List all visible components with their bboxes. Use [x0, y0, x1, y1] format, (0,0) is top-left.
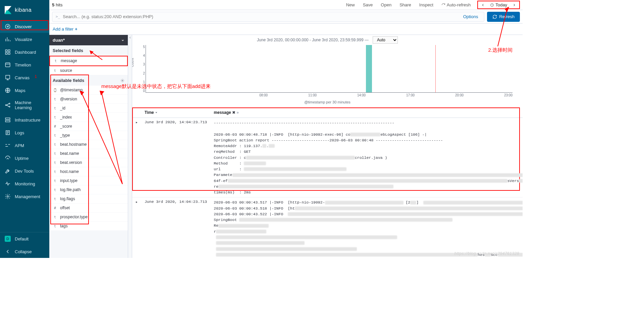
nav-devtools[interactable]: Dev Tools [0, 165, 49, 177]
topbar-new[interactable]: New [345, 2, 356, 7]
topbar-save[interactable]: Save [362, 2, 374, 7]
compass-icon [5, 24, 11, 30]
chevron-left-icon [129, 36, 131, 39]
gear-icon[interactable] [120, 79, 124, 83]
field-log-flags[interactable]: tlog.flags [49, 194, 128, 204]
svg-rect-11 [5, 118, 10, 120]
kibana-logo-icon [4, 5, 12, 15]
nav-discover[interactable]: Discover [0, 20, 49, 33]
prompt-icon: >_ [56, 14, 60, 19]
svg-rect-4 [8, 53, 10, 54]
heartbeat-icon [5, 181, 11, 187]
svg-point-0 [5, 24, 10, 29]
index-pattern-selector[interactable]: duan* [49, 35, 128, 45]
field-host-name[interactable]: thost.name [49, 167, 128, 176]
nav-timelion[interactable]: Timelion [0, 58, 49, 71]
y-axis-label: Count [132, 58, 134, 67]
nav-label: Uptime [15, 156, 29, 161]
expand-row-button[interactable]: ▸ [132, 118, 141, 197]
sidebar: kibana Discover Visualize Dashboard Time… [0, 0, 49, 258]
nav-label: Maps [15, 88, 25, 93]
nav-logs[interactable]: Logs [0, 126, 49, 139]
chevron-down-icon [121, 39, 124, 42]
field-input-type[interactable]: tinput.type [49, 176, 128, 185]
field-beat-name[interactable]: tbeat.name [49, 149, 128, 158]
topbar: 5 hits New Save Open Share Inspect Auto-… [49, 0, 523, 10]
remove-col-icon[interactable]: ✖ [232, 110, 235, 115]
nav-label: Machine Learning [15, 100, 45, 110]
refresh-button[interactable]: Refresh [487, 12, 520, 22]
interval-select[interactable]: Auto [373, 36, 398, 44]
field-beat-hostname[interactable]: tbeat.hostname [49, 140, 128, 149]
topbar-inspect[interactable]: Inspect [418, 2, 435, 7]
arrow-left-icon [5, 249, 11, 255]
nav-dashboard[interactable]: Dashboard [0, 46, 49, 58]
nav-label: Dashboard [15, 50, 36, 55]
search-input[interactable] [63, 14, 481, 19]
field-log-file-path[interactable]: tlog.file.path [49, 185, 128, 194]
field-_type[interactable]: t_type [49, 131, 128, 140]
topbar-autorefresh[interactable]: Auto-refresh [440, 2, 472, 7]
nav-collapse[interactable]: Collapse [0, 245, 49, 258]
field-message[interactable]: tmessage [50, 56, 127, 65]
nav-items: Discover Visualize Dashboard Timelion Ca… [0, 20, 49, 232]
plus-icon: + [75, 27, 77, 32]
histogram[interactable]: Count 543210 08:00 11:00 14:00 17:00 20:… [146, 45, 513, 99]
expand-row-button[interactable]: ▸ [132, 197, 141, 258]
field-_index[interactable]: t_index [49, 113, 128, 122]
available-fields-title: Available fields [49, 75, 128, 86]
nav-label: Visualize [15, 37, 32, 42]
canvas-icon [5, 75, 11, 81]
field-source[interactable]: tsource [49, 66, 128, 75]
nav-monitoring[interactable]: Monitoring [0, 177, 49, 190]
search-options[interactable]: Options [459, 14, 482, 19]
nav-label: Monitoring [15, 181, 35, 186]
topbar-share[interactable]: Share [398, 2, 413, 7]
time-prev-button[interactable] [479, 3, 487, 7]
nav-canvas[interactable]: Canvas [0, 71, 49, 84]
gear-icon [5, 193, 11, 199]
field-_id[interactable]: t_id [49, 104, 128, 113]
svg-rect-3 [5, 53, 7, 54]
sort-desc-icon [155, 111, 158, 114]
nav-infrastructure[interactable]: Infrastructure [0, 114, 49, 126]
field-_score[interactable]: #_score [49, 122, 128, 131]
add-filter-button[interactable]: Add a filter + [53, 27, 77, 32]
nav-label: Discover [15, 24, 32, 29]
index-pattern-name: duan* [53, 38, 65, 43]
refresh-icon [441, 3, 445, 7]
field-tags[interactable]: ttags [49, 222, 128, 231]
collapse-handle[interactable] [128, 35, 132, 258]
col-time[interactable]: Time [141, 107, 210, 118]
refresh-icon [492, 14, 497, 19]
search-input-wrap[interactable]: >_ Options [52, 12, 484, 22]
svg-rect-12 [5, 121, 10, 122]
histogram-bar[interactable] [366, 45, 372, 92]
field-prospector-type[interactable]: tprospector.type [49, 213, 128, 222]
col-message[interactable]: message ✖ » [210, 107, 523, 118]
nav-maps[interactable]: Maps [0, 84, 49, 97]
uptime-icon [5, 155, 11, 161]
logs-icon [5, 130, 11, 136]
time-next-button[interactable] [510, 3, 519, 7]
topbar-open[interactable]: Open [379, 2, 393, 7]
nav-default[interactable]: DDefault [0, 232, 49, 245]
selected-fields-title: Selected fields [49, 45, 128, 56]
nav-ml[interactable]: Machine Learning [0, 97, 49, 114]
field-@version[interactable]: t@version [49, 95, 128, 104]
field-beat-version[interactable]: tbeat.version [49, 158, 128, 167]
globe-icon [5, 87, 11, 93]
nav-visualize[interactable]: Visualize [0, 33, 49, 46]
nav-uptime[interactable]: Uptime [0, 152, 49, 165]
nav-label: Management [15, 194, 40, 199]
logo-area[interactable]: kibana [0, 0, 49, 20]
field-@timestamp[interactable]: ⌚@timestamp [49, 86, 128, 95]
nav-management[interactable]: Management [0, 190, 49, 203]
chevron-left-icon [481, 3, 485, 7]
field-offset[interactable]: #offset [49, 204, 128, 213]
nav-label: Timelion [15, 62, 31, 68]
move-col-icon[interactable]: » [236, 110, 239, 115]
time-range-text: June 3rd 2020, 00:00:00.000 - June 3rd 2… [257, 38, 369, 42]
time-range-button[interactable]: Today [487, 2, 510, 8]
nav-apm[interactable]: APM [0, 139, 49, 152]
